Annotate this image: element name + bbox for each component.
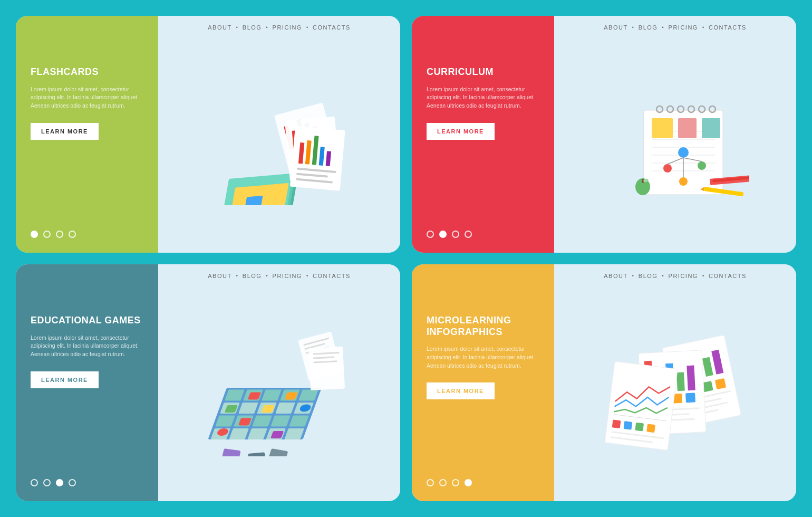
flashcards-svg bbox=[206, 84, 353, 205]
curriculum-illustration bbox=[554, 36, 796, 253]
microlearning-title: MICROLEARNING INFOGRAPHICS bbox=[427, 315, 539, 338]
curriculum-svg bbox=[602, 84, 749, 205]
educational-games-nav: ABOUT • BLOG • PRICING • CONTACTS bbox=[158, 264, 400, 284]
dot-c2 bbox=[439, 231, 447, 238]
flashcards-right: ABOUT • BLOG • PRICING • CONTACTS bbox=[158, 16, 400, 253]
educational-games-desc: Lorem ipsum dolor sit amet, consectetur … bbox=[31, 334, 143, 359]
microlearning-learn-btn[interactable]: LEARN MORE bbox=[427, 382, 495, 399]
svg-rect-99 bbox=[220, 448, 240, 456]
microlearning-illustration bbox=[554, 284, 796, 501]
svg-rect-121 bbox=[687, 365, 695, 390]
svg-rect-125 bbox=[685, 392, 695, 403]
nav-blog-4[interactable]: BLOG bbox=[639, 273, 658, 279]
nav-blog-2[interactable]: BLOG bbox=[639, 24, 658, 31]
educational-games-illustration bbox=[158, 284, 400, 501]
svg-point-51 bbox=[679, 177, 688, 186]
svg-point-50 bbox=[698, 161, 706, 170]
flashcards-illustration bbox=[158, 36, 400, 253]
dot-c1 bbox=[427, 231, 434, 238]
flashcards-learn-btn[interactable]: LEARN MORE bbox=[31, 123, 99, 140]
microlearning-desc: Lorem ipsum dolor sit amet, consectetur … bbox=[427, 345, 539, 370]
svg-rect-111 bbox=[714, 378, 726, 389]
curriculum-dots bbox=[427, 231, 472, 238]
curriculum-left: CURRICULUM Lorem ipsum dolor sit amet, c… bbox=[412, 16, 554, 253]
nav-about-3[interactable]: ABOUT bbox=[208, 273, 231, 279]
flashcards-title: FLASHCARDS bbox=[31, 66, 143, 78]
svg-rect-100 bbox=[248, 452, 267, 456]
educational-games-right: ABOUT • BLOG • PRICING • CONTACTS bbox=[158, 264, 400, 501]
dot-eg4 bbox=[69, 479, 76, 486]
flashcards-desc: Lorem ipsum dolor sit amet, consectetur … bbox=[31, 85, 143, 110]
curriculum-learn-btn[interactable]: LEARN MORE bbox=[427, 123, 495, 140]
svg-rect-60 bbox=[703, 187, 743, 196]
svg-rect-132 bbox=[623, 421, 632, 430]
dot-eg3 bbox=[56, 479, 63, 486]
nav-about-2[interactable]: ABOUT bbox=[604, 24, 627, 31]
svg-rect-133 bbox=[635, 422, 644, 431]
svg-point-48 bbox=[678, 147, 689, 158]
nav-about-1[interactable]: ABOUT bbox=[208, 24, 231, 31]
dot-eg1 bbox=[31, 479, 38, 486]
microlearning-left: MICROLEARNING INFOGRAPHICS Lorem ipsum d… bbox=[412, 264, 554, 501]
dot-ml3 bbox=[452, 479, 459, 486]
nav-blog-1[interactable]: BLOG bbox=[243, 24, 262, 31]
nav-contacts-1[interactable]: CONTACTS bbox=[313, 24, 351, 31]
curriculum-title: CURRICULUM bbox=[427, 66, 539, 78]
educational-games-svg bbox=[200, 330, 359, 456]
curriculum-nav: ABOUT • BLOG • PRICING • CONTACTS bbox=[554, 16, 796, 36]
curriculum-right: ABOUT • BLOG • PRICING • CONTACTS bbox=[554, 16, 796, 253]
flashcards-dots bbox=[31, 231, 76, 238]
svg-rect-134 bbox=[646, 424, 655, 433]
microlearning-nav: ABOUT • BLOG • PRICING • CONTACTS bbox=[554, 264, 796, 284]
microlearning-card: MICROLEARNING INFOGRAPHICS Lorem ipsum d… bbox=[412, 264, 796, 501]
educational-games-learn-btn[interactable]: LEARN MORE bbox=[31, 371, 99, 388]
svg-rect-101 bbox=[266, 448, 288, 456]
svg-rect-131 bbox=[612, 419, 621, 428]
curriculum-desc: Lorem ipsum dolor sit amet, consectetur … bbox=[427, 85, 539, 110]
svg-rect-45 bbox=[652, 118, 673, 138]
svg-rect-46 bbox=[678, 118, 697, 138]
dot-ml4 bbox=[465, 479, 472, 486]
nav-pricing-2[interactable]: PRICING bbox=[669, 24, 698, 31]
nav-blog-3[interactable]: BLOG bbox=[243, 273, 262, 279]
microlearning-dots bbox=[427, 479, 472, 486]
dot-3 bbox=[56, 231, 63, 238]
dot-1 bbox=[31, 231, 38, 238]
main-grid: FLASHCARDS Lorem ipsum dolor sit amet, c… bbox=[0, 0, 812, 517]
nav-contacts-3[interactable]: CONTACTS bbox=[313, 273, 351, 279]
educational-games-card: EDUCATIONAL GAMES Lorem ipsum dolor sit … bbox=[16, 264, 400, 501]
dot-c4 bbox=[465, 231, 472, 238]
svg-rect-47 bbox=[702, 118, 720, 138]
dot-2 bbox=[43, 231, 51, 238]
flashcards-left: FLASHCARDS Lorem ipsum dolor sit amet, c… bbox=[16, 16, 158, 253]
nav-pricing-3[interactable]: PRICING bbox=[273, 273, 302, 279]
svg-point-49 bbox=[663, 164, 672, 173]
nav-contacts-4[interactable]: CONTACTS bbox=[709, 273, 747, 279]
curriculum-card: CURRICULUM Lorem ipsum dolor sit amet, c… bbox=[412, 16, 796, 253]
microlearning-svg bbox=[599, 330, 752, 456]
nav-about-4[interactable]: ABOUT bbox=[604, 273, 627, 279]
dot-ml2 bbox=[439, 479, 447, 486]
dot-eg2 bbox=[43, 479, 51, 486]
dot-4 bbox=[69, 231, 76, 238]
flashcards-nav: ABOUT • BLOG • PRICING • CONTACTS bbox=[158, 16, 400, 36]
dot-ml1 bbox=[427, 479, 434, 486]
svg-rect-120 bbox=[676, 372, 684, 391]
nav-contacts-2[interactable]: CONTACTS bbox=[709, 24, 747, 31]
flashcards-card: FLASHCARDS Lorem ipsum dolor sit amet, c… bbox=[16, 16, 400, 253]
dot-c3 bbox=[452, 231, 459, 238]
educational-games-dots bbox=[31, 479, 76, 486]
microlearning-right: ABOUT • BLOG • PRICING • CONTACTS bbox=[554, 264, 796, 501]
educational-games-title: EDUCATIONAL GAMES bbox=[31, 315, 143, 327]
nav-pricing-4[interactable]: PRICING bbox=[669, 273, 698, 279]
nav-pricing-1[interactable]: PRICING bbox=[273, 24, 302, 31]
educational-games-left: EDUCATIONAL GAMES Lorem ipsum dolor sit … bbox=[16, 264, 158, 501]
